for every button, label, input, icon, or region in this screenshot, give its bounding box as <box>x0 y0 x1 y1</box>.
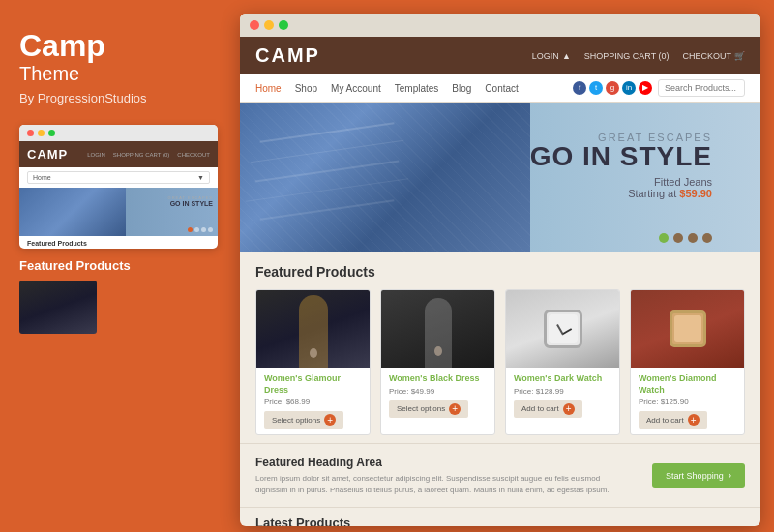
hero-dot-1[interactable] <box>659 233 669 243</box>
product-card-3: Women's Dark Watch Price: $128.99 Add to… <box>505 289 620 435</box>
dot-yellow <box>264 20 274 30</box>
site-header-actions: LOGIN ▲ SHOPPING CART (0) CHECKOUT 🛒 <box>532 51 745 61</box>
latest-section: Latest Products <box>240 507 760 526</box>
mini-dot-red <box>27 130 34 136</box>
site-nav: Home Shop My Account Templates Blog Cont… <box>240 74 760 103</box>
hero-dot-4[interactable] <box>702 233 712 243</box>
products-grid: Women's Glamour Dress Price: $68.99 Sele… <box>255 289 745 435</box>
nav-shop[interactable]: Shop <box>295 83 317 94</box>
hero-subline: Fitted Jeans Starting at $59.90 <box>530 176 712 199</box>
mini-browser-preview: CAMP LOGIN SHOPPING CART (0) CHECKOUT Ho… <box>19 125 218 249</box>
hero-dot-3[interactable] <box>688 233 698 243</box>
featured-area-title: Featured Heading Area <box>255 456 623 469</box>
hero-dots <box>659 233 712 243</box>
product-image-2 <box>381 290 494 368</box>
nav-links: Home Shop My Account Templates Blog Cont… <box>255 83 519 94</box>
plus-icon-3: + <box>563 403 575 415</box>
product-btn-label-3: Add to cart <box>521 404 559 413</box>
mini-dot-2 <box>201 227 206 232</box>
product-btn-1[interactable]: Select options + <box>264 411 343 429</box>
arrow-icon: › <box>729 470 731 481</box>
product-name-3: Women's Dark Watch <box>514 373 611 385</box>
product-info-2: Women's Black Dress Price: $49.99 Select… <box>381 368 494 424</box>
youtube-icon[interactable]: ▶ <box>639 81 652 95</box>
linkedin-icon[interactable]: in <box>622 81 636 95</box>
mini-browser-bar <box>19 125 218 141</box>
search-input[interactable] <box>658 79 745 97</box>
product-price-2: Price: $49.99 <box>389 387 487 396</box>
nav-home[interactable]: Home <box>255 83 282 94</box>
googleplus-icon[interactable]: g <box>606 81 619 95</box>
user-icon: ▲ <box>562 51 571 61</box>
twitter-icon[interactable]: t <box>589 81 603 95</box>
login-label: LOGIN <box>532 51 559 61</box>
featured-area: Featured Heading Area Lorem ipsum dolor … <box>240 443 760 506</box>
hero-price: $59.90 <box>679 188 712 199</box>
mini-featured-label: Featured Products <box>19 236 218 249</box>
mini-dot-1 <box>194 227 199 232</box>
product-card-4: Women's Diamond Watch Price: $125.90 Add… <box>630 289 745 435</box>
nav-right: f t g in ▶ <box>573 79 745 97</box>
hero-content: GREAT ESCAPES GO IN STYLE Fitted Jeans S… <box>530 132 712 199</box>
mini-dropdown-arrow: ▼ <box>197 174 204 181</box>
product-image-4 <box>631 290 744 368</box>
left-panel: Camp Theme By ProgressionStudios CAMP LO… <box>0 0 240 532</box>
hero-dot-2[interactable] <box>673 233 683 243</box>
checkout-icon: 🛒 <box>734 51 745 61</box>
header-login[interactable]: LOGIN ▲ <box>532 51 571 61</box>
cart-label: SHOPPING CART (0) <box>584 51 670 61</box>
nav-templates[interactable]: Templates <box>395 83 439 94</box>
product-btn-label-1: Select options <box>272 416 320 425</box>
product-btn-2[interactable]: Select options + <box>389 400 468 418</box>
product-price-3: Price: $128.99 <box>514 387 611 396</box>
mini-hero-circles <box>188 227 213 232</box>
product-btn-label-2: Select options <box>397 404 445 413</box>
product-info-1: Women's Glamour Dress Price: $68.99 Sele… <box>256 368 370 434</box>
nav-blog[interactable]: Blog <box>452 83 471 94</box>
product-price-1: Price: $68.99 <box>264 398 362 406</box>
dot-red <box>250 20 259 30</box>
site-header: CAMP LOGIN ▲ SHOPPING CART (0) CHECKOUT … <box>240 37 760 74</box>
product-image-1 <box>256 290 370 368</box>
plus-icon-2: + <box>449 403 461 415</box>
product-info-4: Women's Diamond Watch Price: $125.90 Add… <box>631 368 744 434</box>
product-btn-4[interactable]: Add to cart + <box>639 411 707 429</box>
theme-title: Camp <box>19 29 221 63</box>
mini-dot-yellow <box>38 130 45 136</box>
featured-section: Featured Products Women's Glamour Dress … <box>240 252 760 443</box>
theme-subtitle: Theme <box>19 63 221 85</box>
hero-product-name: Fitted Jeans <box>654 176 712 188</box>
header-checkout[interactable]: CHECKOUT 🛒 <box>682 51 745 61</box>
mini-logo: CAMP <box>27 147 68 162</box>
hero-jeans-image <box>240 103 530 252</box>
mini-header-actions: LOGIN SHOPPING CART (0) CHECKOUT <box>87 152 210 158</box>
mini-home-label: Home <box>33 174 51 181</box>
product-btn-label-4: Add to cart <box>646 416 684 425</box>
mini-site-header: CAMP LOGIN SHOPPING CART (0) CHECKOUT <box>19 141 218 167</box>
start-shopping-button[interactable]: Start Shopping › <box>652 463 745 488</box>
mini-dot-green <box>48 130 55 136</box>
plus-icon-4: + <box>688 414 700 426</box>
mini-hero: GREAT ESCAPES GO IN STYLE <box>19 188 218 236</box>
hero-slider: GREAT ESCAPES GO IN STYLE Fitted Jeans S… <box>240 103 760 252</box>
mini-dropdown[interactable]: Home ▼ <box>27 171 210 184</box>
product-name-2: Women's Black Dress <box>389 373 487 385</box>
product-info-3: Women's Dark Watch Price: $128.99 Add to… <box>506 368 619 424</box>
facebook-icon[interactable]: f <box>573 81 586 95</box>
mini-checkout: CHECKOUT <box>177 152 210 158</box>
header-cart[interactable]: SHOPPING CART (0) <box>584 51 670 61</box>
main-browser: CAMP LOGIN ▲ SHOPPING CART (0) CHECKOUT … <box>240 14 760 526</box>
featured-title: Featured Products <box>255 264 745 280</box>
dot-green <box>279 20 288 30</box>
mini-hero-text: GREAT ESCAPES GO IN STYLE <box>168 195 213 207</box>
product-btn-3[interactable]: Add to cart + <box>514 400 582 418</box>
product-name-1: Women's Glamour Dress <box>264 373 362 396</box>
product-image-3 <box>506 290 619 368</box>
nav-contact[interactable]: Contact <box>485 83 518 94</box>
mini-dot-3 <box>208 227 213 232</box>
product-name-4: Women's Diamond Watch <box>639 373 736 396</box>
mini-dot-active <box>188 227 193 232</box>
browser-titlebar <box>240 14 760 37</box>
nav-myaccount[interactable]: My Account <box>331 83 381 94</box>
site-logo: CAMP <box>255 44 320 67</box>
